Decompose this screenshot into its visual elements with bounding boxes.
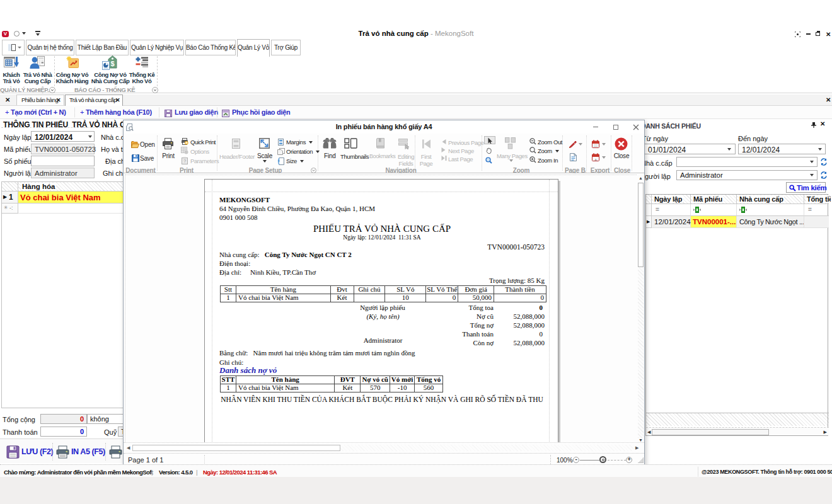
svg-text:$: $ (110, 60, 114, 67)
svg-text:?: ? (183, 159, 186, 163)
